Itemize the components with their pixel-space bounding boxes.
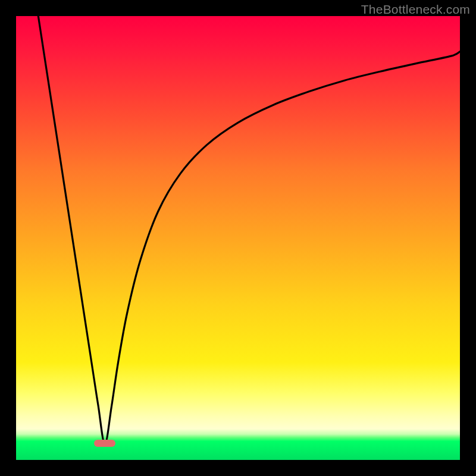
plot-area xyxy=(16,16,460,460)
watermark-text: TheBottleneck.com xyxy=(361,2,470,17)
minimum-marker xyxy=(94,440,115,447)
chart-stage: TheBottleneck.com xyxy=(0,0,476,476)
bottleneck-curve xyxy=(16,16,460,460)
curve-path xyxy=(38,16,460,444)
